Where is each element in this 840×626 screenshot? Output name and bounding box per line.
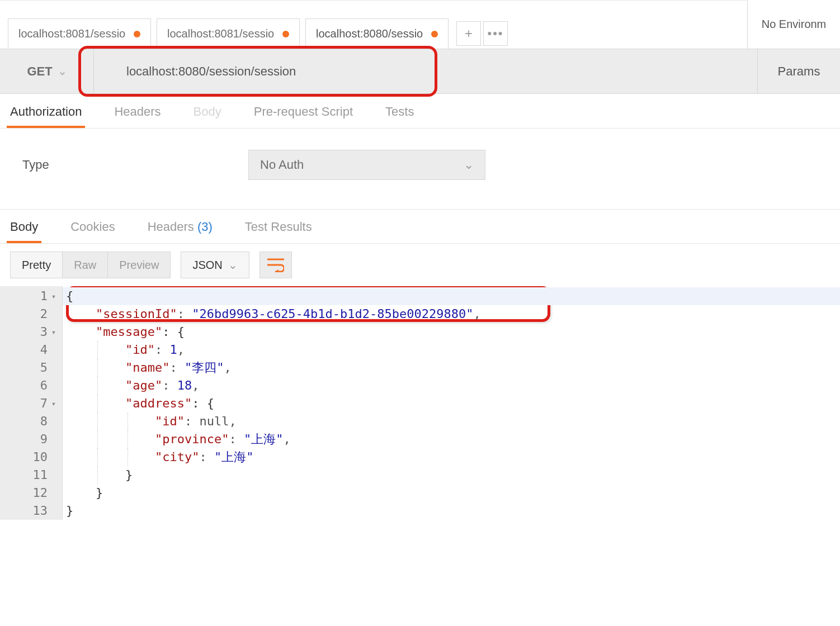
line-wrap-button[interactable] bbox=[260, 252, 291, 278]
request-tab-2[interactable]: localhost:8080/sessio bbox=[305, 18, 449, 49]
code-line: "age": 18, bbox=[63, 377, 840, 395]
environment-label: No Environm bbox=[762, 18, 827, 31]
auth-type-value: No Auth bbox=[260, 158, 304, 172]
unsaved-dot-icon bbox=[431, 31, 438, 37]
params-button[interactable]: Params bbox=[757, 49, 840, 93]
response-headers-label: Headers bbox=[148, 220, 194, 234]
code-content: { "sessionId": "26bd9963-c625-4b1d-b1d2-… bbox=[63, 286, 840, 520]
http-method-label: GET bbox=[27, 64, 52, 79]
tab-authorization[interactable]: Authorization bbox=[7, 105, 85, 128]
view-mode-group: Pretty Raw Preview bbox=[10, 252, 171, 278]
tab-title: localhost:8081/sessio bbox=[167, 27, 277, 40]
chevron-down-icon: ⌄ bbox=[228, 258, 238, 272]
code-line: "id": null, bbox=[63, 412, 840, 430]
code-gutter: 1▾ 2 3▾ 4 5 6 7▾ 8 9 10 11 12 13 bbox=[0, 286, 63, 520]
chevron-down-icon: ⌄ bbox=[58, 65, 67, 78]
code-line: "address": { bbox=[63, 395, 840, 412]
tab-response-body[interactable]: Body bbox=[7, 220, 41, 243]
wrap-group bbox=[259, 252, 292, 278]
unsaved-dot-icon bbox=[134, 31, 140, 37]
tab-tests[interactable]: Tests bbox=[382, 105, 417, 128]
code-line: } bbox=[63, 466, 840, 484]
response-code-viewer[interactable]: 1▾ 2 3▾ 4 5 6 7▾ 8 9 10 11 12 13 { "sess… bbox=[0, 286, 840, 520]
url-container bbox=[94, 49, 757, 93]
view-pretty-button[interactable]: Pretty bbox=[11, 252, 63, 278]
code-line: { bbox=[63, 287, 840, 305]
tab-response-cookies[interactable]: Cookies bbox=[67, 220, 118, 243]
tab-overflow-button[interactable]: ••• bbox=[483, 21, 508, 46]
params-label: Params bbox=[778, 64, 820, 79]
code-line: "name": "李四", bbox=[63, 359, 840, 377]
code-line: "sessionId": "26bd9963-c625-4b1d-b1d2-85… bbox=[63, 305, 840, 323]
authorization-panel: Type No Auth ⌄ bbox=[0, 129, 840, 209]
response-language-label: JSON bbox=[192, 259, 222, 272]
request-tab-1[interactable]: localhost:8081/sessio bbox=[157, 18, 300, 49]
tab-prerequest[interactable]: Pre-request Script bbox=[251, 105, 356, 128]
fold-toggle-icon: ▾ bbox=[50, 323, 58, 341]
unsaved-dot-icon bbox=[282, 31, 289, 37]
tab-request-headers[interactable]: Headers bbox=[111, 105, 164, 128]
tab-request-body[interactable]: Body bbox=[190, 105, 225, 128]
code-line: "id": 1, bbox=[63, 341, 840, 359]
view-raw-button[interactable]: Raw bbox=[63, 252, 108, 278]
code-line: "city": "上海" bbox=[63, 448, 840, 466]
tab-title: localhost:8081/sessio bbox=[18, 27, 128, 40]
request-subtabs: Authorization Headers Body Pre-request S… bbox=[0, 94, 840, 129]
tab-title: localhost:8080/sessio bbox=[316, 27, 426, 40]
response-format-bar: Pretty Raw Preview JSON ⌄ bbox=[0, 244, 840, 286]
line-wrap-icon bbox=[267, 258, 284, 272]
code-line: "province": "上海", bbox=[63, 430, 840, 448]
top-bar: localhost:8081/sessio localhost:8081/ses… bbox=[0, 0, 840, 49]
response-headers-count: (3) bbox=[197, 220, 213, 234]
auth-type-select[interactable]: No Auth ⌄ bbox=[248, 150, 485, 180]
new-tab-button[interactable]: + bbox=[456, 21, 481, 46]
plus-icon: + bbox=[465, 26, 473, 41]
auth-type-label: Type bbox=[22, 158, 248, 172]
tab-row: localhost:8081/sessio localhost:8081/ses… bbox=[0, 0, 747, 49]
view-preview-button[interactable]: Preview bbox=[108, 252, 170, 278]
request-tab-0[interactable]: localhost:8081/sessio bbox=[8, 18, 151, 49]
fold-toggle-icon: ▾ bbox=[50, 395, 58, 412]
tab-response-headers[interactable]: Headers (3) bbox=[144, 220, 216, 243]
environment-selector[interactable]: No Environm bbox=[747, 0, 840, 49]
code-line: "message": { bbox=[63, 323, 840, 341]
response-subtabs: Body Cookies Headers (3) Test Results bbox=[0, 209, 840, 244]
code-line: } bbox=[63, 502, 840, 520]
chevron-down-icon: ⌄ bbox=[464, 158, 474, 172]
http-method-select[interactable]: GET ⌄ bbox=[0, 49, 94, 93]
request-url-input[interactable] bbox=[94, 64, 757, 79]
language-select-group: JSON ⌄ bbox=[181, 252, 249, 278]
response-language-select[interactable]: JSON ⌄ bbox=[181, 252, 248, 278]
tab-response-tests[interactable]: Test Results bbox=[242, 220, 315, 243]
request-bar: GET ⌄ Params bbox=[0, 49, 840, 94]
fold-toggle-icon: ▾ bbox=[50, 287, 58, 305]
code-line: } bbox=[63, 484, 840, 502]
